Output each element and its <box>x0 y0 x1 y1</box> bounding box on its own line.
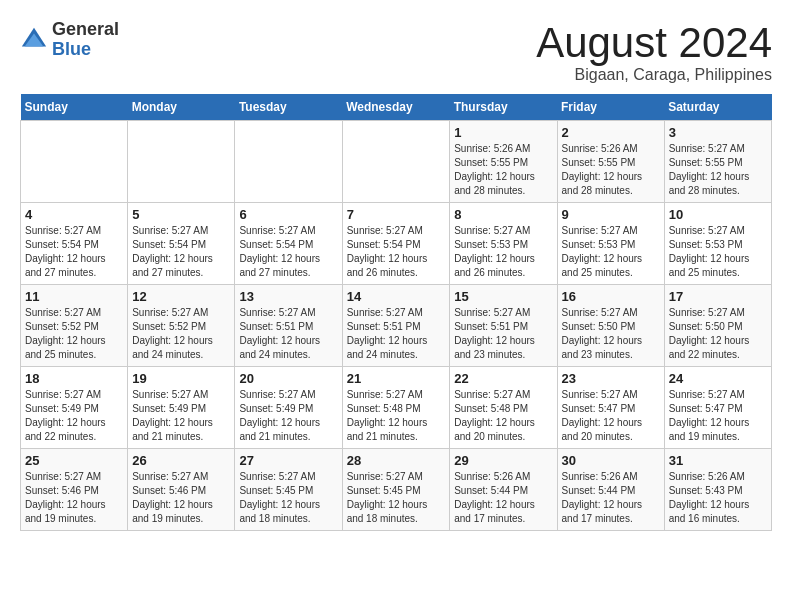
day-info: Sunrise: 5:27 AM Sunset: 5:51 PM Dayligh… <box>239 306 337 362</box>
day-info: Sunrise: 5:27 AM Sunset: 5:54 PM Dayligh… <box>239 224 337 280</box>
day-info: Sunrise: 5:27 AM Sunset: 5:52 PM Dayligh… <box>132 306 230 362</box>
calendar-cell: 28Sunrise: 5:27 AM Sunset: 5:45 PM Dayli… <box>342 449 450 531</box>
day-info: Sunrise: 5:27 AM Sunset: 5:53 PM Dayligh… <box>669 224 767 280</box>
day-info: Sunrise: 5:27 AM Sunset: 5:49 PM Dayligh… <box>132 388 230 444</box>
day-info: Sunrise: 5:27 AM Sunset: 5:47 PM Dayligh… <box>669 388 767 444</box>
day-number: 28 <box>347 453 446 468</box>
day-number: 13 <box>239 289 337 304</box>
calendar-cell: 17Sunrise: 5:27 AM Sunset: 5:50 PM Dayli… <box>664 285 771 367</box>
day-number: 18 <box>25 371 123 386</box>
calendar-cell: 29Sunrise: 5:26 AM Sunset: 5:44 PM Dayli… <box>450 449 557 531</box>
calendar-cell: 26Sunrise: 5:27 AM Sunset: 5:46 PM Dayli… <box>128 449 235 531</box>
calendar-cell: 18Sunrise: 5:27 AM Sunset: 5:49 PM Dayli… <box>21 367 128 449</box>
calendar-cell <box>342 121 450 203</box>
day-number: 2 <box>562 125 660 140</box>
calendar-cell: 3Sunrise: 5:27 AM Sunset: 5:55 PM Daylig… <box>664 121 771 203</box>
day-info: Sunrise: 5:27 AM Sunset: 5:50 PM Dayligh… <box>669 306 767 362</box>
calendar-cell: 19Sunrise: 5:27 AM Sunset: 5:49 PM Dayli… <box>128 367 235 449</box>
calendar-cell: 30Sunrise: 5:26 AM Sunset: 5:44 PM Dayli… <box>557 449 664 531</box>
day-info: Sunrise: 5:27 AM Sunset: 5:54 PM Dayligh… <box>132 224 230 280</box>
day-info: Sunrise: 5:27 AM Sunset: 5:46 PM Dayligh… <box>25 470 123 526</box>
day-info: Sunrise: 5:27 AM Sunset: 5:47 PM Dayligh… <box>562 388 660 444</box>
weekday-header-friday: Friday <box>557 94 664 121</box>
logo-general-text: General <box>52 20 119 40</box>
day-number: 11 <box>25 289 123 304</box>
calendar-cell: 5Sunrise: 5:27 AM Sunset: 5:54 PM Daylig… <box>128 203 235 285</box>
day-info: Sunrise: 5:27 AM Sunset: 5:51 PM Dayligh… <box>454 306 552 362</box>
logo-icon <box>20 26 48 54</box>
week-row-5: 25Sunrise: 5:27 AM Sunset: 5:46 PM Dayli… <box>21 449 772 531</box>
calendar-cell: 4Sunrise: 5:27 AM Sunset: 5:54 PM Daylig… <box>21 203 128 285</box>
day-info: Sunrise: 5:26 AM Sunset: 5:44 PM Dayligh… <box>454 470 552 526</box>
day-info: Sunrise: 5:27 AM Sunset: 5:45 PM Dayligh… <box>347 470 446 526</box>
calendar-cell: 24Sunrise: 5:27 AM Sunset: 5:47 PM Dayli… <box>664 367 771 449</box>
day-info: Sunrise: 5:27 AM Sunset: 5:48 PM Dayligh… <box>347 388 446 444</box>
day-info: Sunrise: 5:27 AM Sunset: 5:51 PM Dayligh… <box>347 306 446 362</box>
calendar-cell <box>21 121 128 203</box>
day-info: Sunrise: 5:27 AM Sunset: 5:53 PM Dayligh… <box>454 224 552 280</box>
weekday-header-thursday: Thursday <box>450 94 557 121</box>
calendar-cell: 6Sunrise: 5:27 AM Sunset: 5:54 PM Daylig… <box>235 203 342 285</box>
calendar-cell: 11Sunrise: 5:27 AM Sunset: 5:52 PM Dayli… <box>21 285 128 367</box>
calendar-cell: 25Sunrise: 5:27 AM Sunset: 5:46 PM Dayli… <box>21 449 128 531</box>
day-number: 12 <box>132 289 230 304</box>
week-row-4: 18Sunrise: 5:27 AM Sunset: 5:49 PM Dayli… <box>21 367 772 449</box>
day-number: 27 <box>239 453 337 468</box>
weekday-header-row: SundayMondayTuesdayWednesdayThursdayFrid… <box>21 94 772 121</box>
day-info: Sunrise: 5:27 AM Sunset: 5:49 PM Dayligh… <box>239 388 337 444</box>
day-info: Sunrise: 5:27 AM Sunset: 5:46 PM Dayligh… <box>132 470 230 526</box>
title-block: August 2024 Bigaan, Caraga, Philippines <box>536 20 772 84</box>
day-info: Sunrise: 5:26 AM Sunset: 5:55 PM Dayligh… <box>454 142 552 198</box>
calendar-cell: 12Sunrise: 5:27 AM Sunset: 5:52 PM Dayli… <box>128 285 235 367</box>
calendar-cell: 15Sunrise: 5:27 AM Sunset: 5:51 PM Dayli… <box>450 285 557 367</box>
day-number: 1 <box>454 125 552 140</box>
day-number: 14 <box>347 289 446 304</box>
logo-text: General Blue <box>52 20 119 60</box>
day-number: 25 <box>25 453 123 468</box>
calendar-cell: 23Sunrise: 5:27 AM Sunset: 5:47 PM Dayli… <box>557 367 664 449</box>
week-row-1: 1Sunrise: 5:26 AM Sunset: 5:55 PM Daylig… <box>21 121 772 203</box>
day-info: Sunrise: 5:27 AM Sunset: 5:53 PM Dayligh… <box>562 224 660 280</box>
calendar-cell: 9Sunrise: 5:27 AM Sunset: 5:53 PM Daylig… <box>557 203 664 285</box>
day-number: 29 <box>454 453 552 468</box>
day-number: 30 <box>562 453 660 468</box>
location-title: Bigaan, Caraga, Philippines <box>536 66 772 84</box>
weekday-header-monday: Monday <box>128 94 235 121</box>
calendar-cell: 27Sunrise: 5:27 AM Sunset: 5:45 PM Dayli… <box>235 449 342 531</box>
month-title: August 2024 <box>536 20 772 66</box>
calendar-cell <box>235 121 342 203</box>
day-info: Sunrise: 5:27 AM Sunset: 5:54 PM Dayligh… <box>347 224 446 280</box>
logo: General Blue <box>20 20 119 60</box>
weekday-header-tuesday: Tuesday <box>235 94 342 121</box>
day-number: 21 <box>347 371 446 386</box>
day-number: 20 <box>239 371 337 386</box>
calendar-cell: 21Sunrise: 5:27 AM Sunset: 5:48 PM Dayli… <box>342 367 450 449</box>
day-number: 5 <box>132 207 230 222</box>
day-info: Sunrise: 5:27 AM Sunset: 5:50 PM Dayligh… <box>562 306 660 362</box>
day-number: 22 <box>454 371 552 386</box>
weekday-header-sunday: Sunday <box>21 94 128 121</box>
day-info: Sunrise: 5:27 AM Sunset: 5:54 PM Dayligh… <box>25 224 123 280</box>
week-row-3: 11Sunrise: 5:27 AM Sunset: 5:52 PM Dayli… <box>21 285 772 367</box>
day-info: Sunrise: 5:27 AM Sunset: 5:48 PM Dayligh… <box>454 388 552 444</box>
calendar-body: 1Sunrise: 5:26 AM Sunset: 5:55 PM Daylig… <box>21 121 772 531</box>
day-number: 15 <box>454 289 552 304</box>
day-info: Sunrise: 5:26 AM Sunset: 5:44 PM Dayligh… <box>562 470 660 526</box>
calendar-table: SundayMondayTuesdayWednesdayThursdayFrid… <box>20 94 772 531</box>
calendar-cell: 2Sunrise: 5:26 AM Sunset: 5:55 PM Daylig… <box>557 121 664 203</box>
day-info: Sunrise: 5:27 AM Sunset: 5:55 PM Dayligh… <box>669 142 767 198</box>
day-number: 9 <box>562 207 660 222</box>
calendar-cell: 14Sunrise: 5:27 AM Sunset: 5:51 PM Dayli… <box>342 285 450 367</box>
day-info: Sunrise: 5:27 AM Sunset: 5:52 PM Dayligh… <box>25 306 123 362</box>
day-number: 8 <box>454 207 552 222</box>
weekday-header-wednesday: Wednesday <box>342 94 450 121</box>
day-info: Sunrise: 5:27 AM Sunset: 5:45 PM Dayligh… <box>239 470 337 526</box>
day-number: 3 <box>669 125 767 140</box>
calendar-cell: 10Sunrise: 5:27 AM Sunset: 5:53 PM Dayli… <box>664 203 771 285</box>
calendar-cell: 7Sunrise: 5:27 AM Sunset: 5:54 PM Daylig… <box>342 203 450 285</box>
day-info: Sunrise: 5:26 AM Sunset: 5:55 PM Dayligh… <box>562 142 660 198</box>
logo-blue-text: Blue <box>52 40 119 60</box>
day-number: 17 <box>669 289 767 304</box>
calendar-cell: 8Sunrise: 5:27 AM Sunset: 5:53 PM Daylig… <box>450 203 557 285</box>
week-row-2: 4Sunrise: 5:27 AM Sunset: 5:54 PM Daylig… <box>21 203 772 285</box>
